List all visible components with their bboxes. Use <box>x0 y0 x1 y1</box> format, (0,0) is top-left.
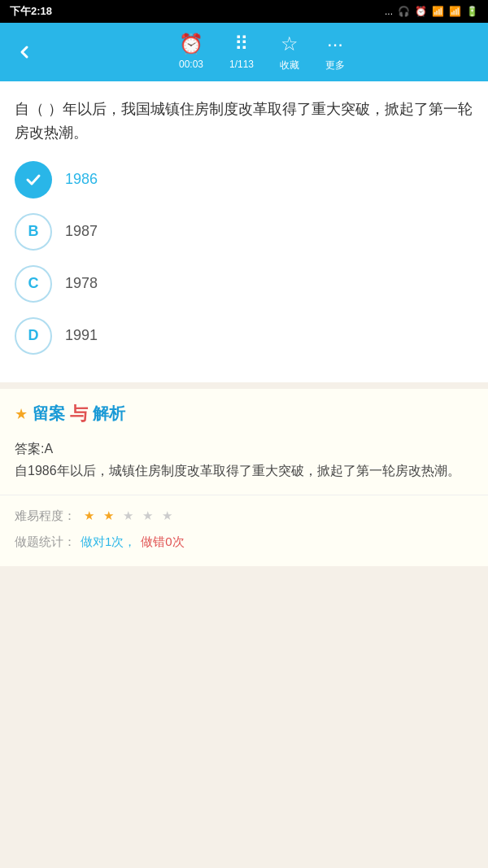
question-text: 自（ ）年以后，我国城镇住房制度改革取得了重大突破，掀起了第一轮房改热潮。 <box>15 98 473 145</box>
option-b-circle: B <box>15 213 52 251</box>
stats-wrong: 做错0次 <box>141 534 184 550</box>
answer-star-icon: ★ <box>15 405 28 423</box>
time-label: 下午2:18 <box>10 4 52 19</box>
answer-header: ★ 留案 与 解析 <box>15 402 473 426</box>
back-button[interactable] <box>7 34 42 70</box>
wifi-icon: 📶 <box>432 6 444 17</box>
answer-title-blue2: 解析 <box>93 403 125 425</box>
explanation-text: 自1986年以后，城镇住房制度改革取得了重大突破，掀起了第一轮房改热潮。 <box>15 464 460 478</box>
more-label: 更多 <box>325 59 345 72</box>
answer-label: 答案: <box>15 442 44 456</box>
nav-more[interactable]: ··· 更多 <box>325 33 345 72</box>
star-1: ★ <box>84 508 100 525</box>
status-icons: ... 🎧 ⏰ 📶 📶 🔋 <box>385 6 478 17</box>
nav-center: ⏰ 00:03 ⠿ 1/113 ☆ 收藏 ··· 更多 <box>42 33 481 72</box>
headphone-icon: 🎧 <box>398 6 410 17</box>
signal-dots: ... <box>385 6 393 17</box>
star-outline-icon: ☆ <box>281 33 298 55</box>
nav-timer[interactable]: ⏰ 00:03 <box>179 33 203 72</box>
option-d[interactable]: D 1991 <box>15 317 473 355</box>
option-d-text: 1991 <box>65 327 98 344</box>
nav-bar: ⏰ 00:03 ⠿ 1/113 ☆ 收藏 ··· 更多 <box>0 23 488 81</box>
grid-icon: ⠿ <box>234 33 249 55</box>
option-c-circle: C <box>15 265 52 303</box>
stats-section: 难易程度： ★ ★ ★ ★ ★ 做题统计： 做对1次， 做错0次 <box>0 495 488 566</box>
star-5: ★ <box>162 508 178 525</box>
star-4: ★ <box>142 508 159 525</box>
option-c[interactable]: C 1978 <box>15 265 473 303</box>
clock-icon: ⏰ <box>179 33 203 55</box>
battery-icon: 🔋 <box>466 6 478 17</box>
option-a-circle <box>15 161 52 198</box>
progress-label: 1/113 <box>229 59 254 70</box>
answer-title-connector: 与 <box>70 402 88 426</box>
answer-title-blue1: 留案 <box>33 403 65 425</box>
option-a[interactable]: 1986 <box>15 161 473 198</box>
answer-value: A <box>44 442 53 456</box>
nav-favorite[interactable]: ☆ 收藏 <box>280 33 299 72</box>
favorite-label: 收藏 <box>280 59 299 72</box>
answer-content: 答案:A 自1986年以后，城镇住房制度改革取得了重大突破，掀起了第一轮房改热潮… <box>15 438 473 482</box>
answer-section: ★ 留案 与 解析 答案:A 自1986年以后，城镇住房制度改革取得了重大突破，… <box>0 389 488 495</box>
stats-correct: 做对1次， <box>81 534 136 550</box>
stats-label: 做题统计： <box>15 534 76 550</box>
option-d-circle: D <box>15 317 52 355</box>
status-bar: 下午2:18 ... 🎧 ⏰ 📶 📶 🔋 <box>0 0 488 23</box>
star-2: ★ <box>103 508 120 525</box>
nav-progress[interactable]: ⠿ 1/113 <box>229 33 254 72</box>
signal-icon: 📶 <box>449 6 461 17</box>
option-b[interactable]: B 1987 <box>15 213 473 251</box>
alarm-icon: ⏰ <box>415 6 427 17</box>
difficulty-row: 难易程度： ★ ★ ★ ★ ★ <box>15 508 473 525</box>
difficulty-label: 难易程度： <box>15 508 76 524</box>
stats-row: 做题统计： 做对1次， 做错0次 <box>15 534 473 550</box>
dots-icon: ··· <box>327 33 343 55</box>
option-a-text: 1986 <box>65 171 98 188</box>
question-area: 自（ ）年以后，我国城镇住房制度改革取得了重大突破，掀起了第一轮房改热潮。 19… <box>0 81 488 382</box>
option-b-text: 1987 <box>65 223 98 240</box>
star-3: ★ <box>123 508 139 525</box>
timer-label: 00:03 <box>179 59 203 70</box>
option-c-text: 1978 <box>65 275 98 292</box>
difficulty-stars: ★ ★ ★ ★ ★ <box>84 508 178 525</box>
